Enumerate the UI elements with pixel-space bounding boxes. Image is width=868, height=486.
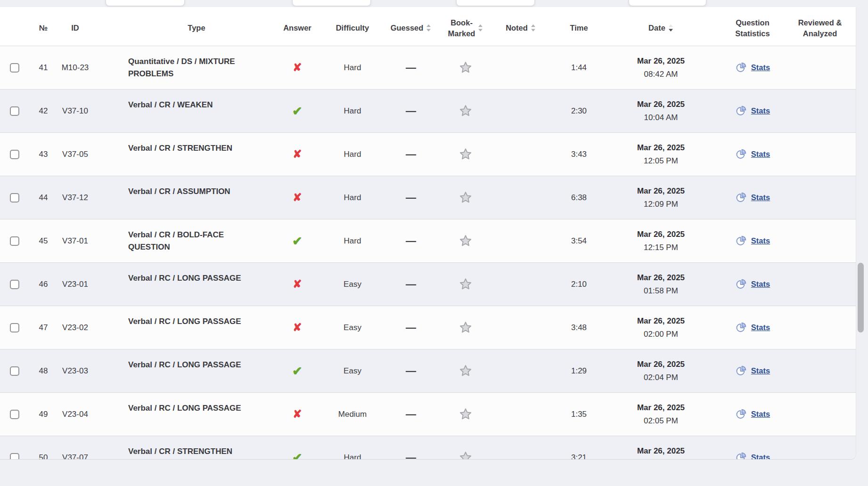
date-cell: Mar 26, 2025 12:09 PM — [601, 185, 721, 210]
incorrect-answer-icon: ✘ — [293, 62, 302, 73]
column-header-noted[interactable]: Noted — [484, 23, 557, 33]
column-header-label: Noted — [506, 23, 528, 33]
time-spent: 3:43 — [557, 150, 601, 159]
sort-icon — [531, 24, 536, 32]
filter-dropdown-3[interactable] — [456, 0, 535, 6]
stats-link[interactable]: Stats — [751, 366, 770, 375]
column-header-bookmarked[interactable]: Book- Marked — [447, 17, 484, 39]
time-spent: 3:21 — [557, 453, 601, 460]
guessed-value: — — [375, 408, 447, 421]
filter-dropdown-1[interactable] — [106, 0, 185, 6]
table-row: 47 V23-02 Verbal / RC / LONG PASSAGE ✘ E… — [0, 306, 856, 349]
bookmark-star-icon[interactable] — [459, 278, 472, 291]
correct-answer-icon: ✔ — [292, 235, 303, 247]
datetime-value: 12:15 PM — [644, 242, 678, 253]
question-type: Verbal / RC / LONG PASSAGE — [128, 359, 241, 383]
bookmark-star-icon[interactable] — [459, 321, 472, 334]
stats-link[interactable]: Stats — [751, 410, 770, 419]
column-header-guessed[interactable]: Guessed — [375, 23, 447, 33]
bookmark-star-icon[interactable] — [459, 191, 472, 204]
pie-chart-icon — [735, 408, 747, 420]
incorrect-answer-icon: ✘ — [293, 279, 302, 290]
filter-dropdown-4[interactable] — [629, 0, 706, 6]
column-header-label: Answer — [283, 23, 311, 33]
stats-link[interactable]: Stats — [751, 280, 770, 289]
row-checkbox[interactable] — [10, 453, 19, 460]
column-header-type: Type — [93, 23, 265, 33]
bookmark-star-icon[interactable] — [459, 408, 472, 421]
row-checkbox[interactable] — [10, 323, 19, 332]
difficulty-value: Easy — [330, 366, 375, 376]
stats-link[interactable]: Stats — [751, 193, 770, 202]
question-id: V37-07 — [57, 453, 93, 460]
column-header-id: ID — [57, 23, 93, 33]
bookmark-star-icon[interactable] — [459, 105, 472, 117]
sort-icon — [478, 24, 483, 32]
question-id: V23-04 — [57, 410, 93, 419]
bookmark-star-icon[interactable] — [459, 364, 472, 377]
column-header-difficulty: Difficulty — [330, 23, 375, 33]
bookmark-star-icon[interactable] — [459, 61, 472, 74]
question-type: Quantitative / DS / MIXTURE PROBLEMS — [128, 56, 265, 80]
date-cell: Mar 26, 2025 02:04 PM — [601, 358, 721, 383]
stats-link[interactable]: Stats — [751, 106, 770, 115]
date-value: Mar 26, 2025 — [637, 358, 685, 370]
datetime-value: 02:04 PM — [644, 372, 678, 383]
pie-chart-icon — [735, 235, 747, 247]
question-type: Verbal / CR / STRENGTHEN — [128, 142, 232, 167]
table-row: 50 V37-07 Verbal / CR / STRENGTHEN ✔ Har… — [0, 436, 856, 460]
bookmark-star-icon[interactable] — [459, 148, 472, 161]
guessed-value: — — [375, 192, 447, 204]
column-header-stats: Question Statistics — [721, 17, 784, 39]
row-checkbox[interactable] — [10, 366, 19, 376]
question-type: Verbal / CR / WEAKEN — [128, 99, 213, 123]
bookmark-star-icon[interactable] — [459, 235, 472, 247]
table-body: 41 M10-23 Quantitative / DS / MIXTURE PR… — [0, 46, 856, 460]
stats-link[interactable]: Stats — [751, 453, 770, 460]
pie-chart-icon — [735, 278, 747, 290]
row-checkbox[interactable] — [10, 193, 19, 202]
stats-link[interactable]: Stats — [751, 323, 770, 332]
date-cell: Mar 26, 2025 02:07 PM — [601, 445, 721, 460]
row-checkbox[interactable] — [10, 280, 19, 289]
table-row: 44 V37-12 Verbal / CR / ASSUMPTION ✘ Har… — [0, 176, 856, 219]
question-id: V37-10 — [57, 106, 93, 116]
date-cell: Mar 26, 2025 02:05 PM — [601, 402, 721, 427]
stats-link[interactable]: Stats — [751, 150, 770, 159]
row-number: 43 — [29, 150, 57, 159]
row-checkbox[interactable] — [10, 106, 19, 116]
stats-link[interactable]: Stats — [751, 236, 770, 245]
guessed-value: — — [375, 148, 447, 161]
row-checkbox[interactable] — [10, 63, 19, 73]
row-number: 45 — [29, 236, 57, 246]
column-header-label: Book- Marked — [448, 17, 475, 39]
date-value: Mar 26, 2025 — [637, 98, 685, 110]
table-row: 41 M10-23 Quantitative / DS / MIXTURE PR… — [0, 46, 856, 89]
row-checkbox[interactable] — [10, 150, 19, 159]
column-header-answer: Answer — [265, 23, 330, 33]
question-type: Verbal / RC / LONG PASSAGE — [128, 272, 241, 297]
incorrect-answer-icon: ✘ — [293, 149, 302, 160]
date-value: Mar 26, 2025 — [637, 142, 685, 154]
pie-chart-icon — [735, 365, 747, 377]
table-row: 48 V23-03 Verbal / RC / LONG PASSAGE ✔ E… — [0, 349, 856, 392]
row-checkbox[interactable] — [10, 236, 19, 246]
guessed-value: — — [375, 452, 447, 460]
column-header-date[interactable]: Date — [601, 23, 721, 33]
difficulty-value: Easy — [330, 280, 375, 289]
filter-dropdown-2[interactable] — [292, 0, 371, 6]
row-checkbox[interactable] — [10, 410, 19, 419]
stats-link[interactable]: Stats — [751, 63, 770, 72]
time-spent: 6:38 — [557, 193, 601, 202]
row-number: 49 — [29, 410, 57, 419]
bookmark-star-icon[interactable] — [459, 451, 472, 460]
row-number: 47 — [29, 323, 57, 332]
pie-chart-icon — [735, 192, 747, 203]
correct-answer-icon: ✔ — [292, 365, 303, 377]
question-id: V23-01 — [57, 280, 93, 289]
difficulty-value: Hard — [330, 236, 375, 246]
datetime-value: 08:42 AM — [644, 68, 678, 80]
date-cell: Mar 26, 2025 12:05 PM — [601, 142, 721, 167]
scrollbar-thumb[interactable] — [858, 263, 864, 332]
column-header-reviewed: Reviewed & Analyzed — [784, 17, 856, 39]
